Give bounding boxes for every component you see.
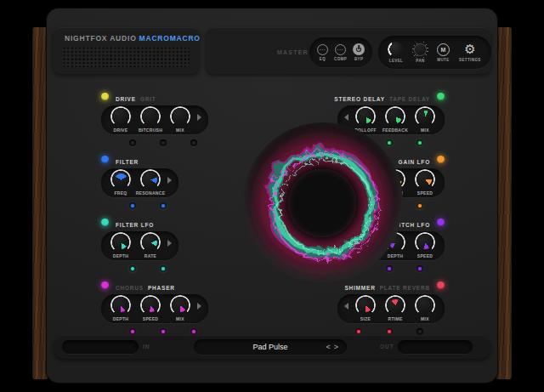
knob-label: DEPTH xyxy=(113,316,128,321)
tab-chorus[interactable]: CHORUS xyxy=(116,285,144,291)
module-led xyxy=(101,156,109,163)
knob-ticks-icon xyxy=(414,43,427,56)
tab-phaser[interactable]: PHASER xyxy=(148,285,175,291)
master-label: MASTER xyxy=(277,49,309,55)
module-led xyxy=(101,219,109,226)
knob-label: DEPTH xyxy=(113,253,128,258)
front-panel: NIGHTFOX AUDIOMACROMACRO MASTER ··· EQ ·… xyxy=(47,9,497,383)
power-icon xyxy=(353,43,365,55)
knob-depth[interactable]: DEPTH xyxy=(108,296,133,321)
eq-label: EQ xyxy=(320,57,326,61)
mod-dot xyxy=(355,328,362,335)
pan-knob[interactable]: PAN xyxy=(413,43,428,63)
gear-icon: ⚙ xyxy=(464,43,475,56)
knob-speed[interactable]: SPEED xyxy=(412,170,438,196)
knob-rtime[interactable]: RTIME xyxy=(382,296,408,321)
knob-label: MIX xyxy=(176,128,184,133)
mod-dot xyxy=(416,202,423,209)
knob-drive[interactable]: DRIVE xyxy=(108,107,133,133)
knob-group: FREQ RESONANCE xyxy=(101,168,178,197)
knob-label: RESONANCE xyxy=(136,190,166,196)
tab-shimmer[interactable]: SHIMMER xyxy=(344,285,375,291)
expand-arrow-icon[interactable] xyxy=(167,177,172,184)
comp-label: COMP xyxy=(334,57,347,61)
logo-block: NIGHTFOX AUDIOMACROMACRO xyxy=(53,27,200,74)
knob-group: DEPTH RATE xyxy=(101,231,178,260)
module-shimmer: SHIMMERPLATE REVERB SIZE RTIME MIX xyxy=(337,281,445,335)
expand-arrow-icon[interactable] xyxy=(344,303,348,310)
master-control-group: LEVEL PAN M MUTE ⚙ SETTINGS xyxy=(378,36,491,69)
brand: NIGHTFOX AUDIOMACROMACRO xyxy=(53,27,200,43)
tab-filter-lfo[interactable]: FILTER LFO xyxy=(116,222,154,228)
settings-button[interactable]: ⚙ SETTINGS xyxy=(459,43,481,62)
knob-group: DEPTH SPEED MIX xyxy=(101,294,208,323)
tab-tape-delay[interactable]: TAPE DELAY xyxy=(389,96,430,102)
knob-freq[interactable]: FREQ xyxy=(108,170,133,196)
preset-prev-icon[interactable]: < xyxy=(325,342,331,352)
knob-label: DRIVE xyxy=(114,128,128,133)
expand-arrow-icon[interactable] xyxy=(167,240,172,247)
tab-filter[interactable]: FILTER xyxy=(116,159,139,165)
knob-label: SPEED xyxy=(417,253,433,258)
mod-dot xyxy=(129,202,136,209)
knob-label: MIX xyxy=(421,316,429,321)
mod-dots xyxy=(129,202,178,209)
preset-selector[interactable]: Pad Pulse < > xyxy=(194,339,347,355)
knob-speed[interactable]: SPEED xyxy=(138,296,163,321)
tab-drive[interactable]: DRIVE xyxy=(116,96,136,102)
in-label: IN xyxy=(143,344,150,349)
expand-arrow-icon[interactable] xyxy=(197,114,201,121)
master-block: MASTER ··· EQ ··· COMP BYP xyxy=(206,27,491,74)
tab-plate-reverb[interactable]: PLATE REVERB xyxy=(380,285,430,291)
mod-dot xyxy=(416,328,423,335)
expand-arrow-icon[interactable] xyxy=(197,303,201,310)
knob-bitcrush[interactable]: BITCRUSH xyxy=(138,107,163,133)
tab-grit[interactable]: GRIT xyxy=(140,96,156,102)
speaker-grille xyxy=(63,47,190,67)
knob-resonance[interactable]: RESONANCE xyxy=(138,170,163,196)
mod-dot xyxy=(190,139,197,146)
eq-button[interactable]: ··· EQ xyxy=(317,44,328,61)
mod-dots xyxy=(129,328,208,335)
bypass-button[interactable]: BYP xyxy=(353,43,365,61)
knob-size[interactable]: SIZE xyxy=(353,296,378,321)
preset-next-icon[interactable]: > xyxy=(333,342,339,352)
module-led xyxy=(437,281,445,289)
knob-label: SIZE xyxy=(360,316,371,321)
module-filter: FILTER FREQ RESONANCE xyxy=(101,155,178,209)
knob-label: SPEED xyxy=(143,316,158,321)
tab-stereo-delay[interactable]: STEREO DELAY xyxy=(334,96,385,102)
level-knob[interactable]: LEVEL xyxy=(388,42,404,63)
comp-button[interactable]: ··· COMP xyxy=(334,44,347,61)
particle-visualizer xyxy=(241,120,405,285)
mod-dots xyxy=(355,328,423,335)
brand-accent: MACROMACRO xyxy=(139,34,201,43)
knob-mix[interactable]: MIX xyxy=(412,107,438,133)
brand-primary: NIGHTFOX AUDIO xyxy=(65,34,137,43)
module-led xyxy=(437,93,445,100)
level-label: LEVEL xyxy=(389,59,404,63)
knob-depth[interactable]: DEPTH xyxy=(108,233,133,258)
plugin-window: NIGHTFOX AUDIOMACROMACRO MASTER ··· EQ ·… xyxy=(0,0,544,392)
mod-dot xyxy=(160,202,167,209)
mod-dot xyxy=(386,328,393,335)
module-led xyxy=(101,93,109,100)
knob-mix[interactable]: MIX xyxy=(167,296,193,321)
knob-group: DRIVE BITCRUSH MIX xyxy=(101,105,208,134)
bypass-label: BYP xyxy=(354,57,363,61)
mod-dot xyxy=(129,328,136,335)
knob-label: RATE xyxy=(144,253,156,258)
knob-mix[interactable]: MIX xyxy=(412,296,438,321)
settings-label: SETTINGS xyxy=(459,58,481,62)
knob-label: RTIME xyxy=(388,316,402,321)
module-column-left: DRIVEGRIT DRIVE BITCRUSH MIX FILTER xyxy=(101,92,208,335)
pan-label: PAN xyxy=(416,59,424,63)
knob-speed[interactable]: SPEED xyxy=(412,233,438,258)
knob-label: SPEED xyxy=(417,190,433,196)
mute-button[interactable]: M MUTE xyxy=(437,43,450,62)
module-drive: DRIVEGRIT DRIVE BITCRUSH MIX xyxy=(101,92,208,146)
wood-panel-right xyxy=(496,27,512,379)
knob-mix[interactable]: MIX xyxy=(167,107,193,133)
out-label: OUT xyxy=(380,344,394,349)
knob-rate[interactable]: RATE xyxy=(138,233,163,258)
